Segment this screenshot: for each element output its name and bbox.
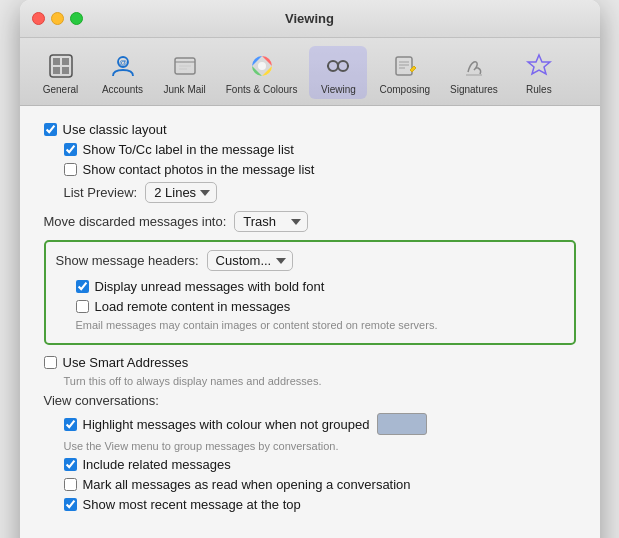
mark-as-read-checkbox[interactable] — [64, 478, 77, 491]
toolbar-item-junk-mail[interactable]: Junk Mail — [156, 46, 214, 99]
signatures-icon — [458, 50, 490, 82]
include-related-row: Include related messages — [64, 457, 576, 472]
toolbar-item-fonts-colours[interactable]: Fonts & Colours — [218, 46, 306, 99]
viewing-label: Viewing — [321, 84, 356, 95]
include-related-checkbox[interactable] — [64, 458, 77, 471]
load-remote-row: Load remote content in messages — [76, 299, 564, 314]
toolbar-item-signatures[interactable]: Signatures — [442, 46, 506, 99]
list-preview-select[interactable]: 2 Lines None 1 Line 3 Lines 4 Lines 5 Li… — [145, 182, 217, 203]
svg-rect-1 — [53, 58, 60, 65]
mark-as-read-label[interactable]: Mark all messages as read when opening a… — [83, 477, 411, 492]
junk-mail-label: Junk Mail — [164, 84, 206, 95]
show-most-recent-checkbox[interactable] — [64, 498, 77, 511]
general-icon — [45, 50, 77, 82]
show-contact-photos-row: Show contact photos in the message list — [64, 162, 576, 177]
show-message-headers-select[interactable]: Custom... Default All — [207, 250, 293, 271]
fonts-colours-icon — [246, 50, 278, 82]
list-preview-row: List Preview: 2 Lines None 1 Line 3 Line… — [64, 182, 576, 203]
mark-as-read-row: Mark all messages as read when opening a… — [64, 477, 576, 492]
message-headers-section: Show message headers: Custom... Default … — [44, 240, 576, 345]
highlight-messages-label[interactable]: Highlight messages with colour when not … — [83, 417, 370, 432]
highlight-helper: Use the View menu to group messages by c… — [64, 440, 576, 452]
use-smart-addresses-label[interactable]: Use Smart Addresses — [63, 355, 189, 370]
traffic-lights — [32, 12, 83, 25]
use-classic-layout-row: Use classic layout — [44, 122, 576, 137]
highlight-messages-checkbox[interactable] — [64, 418, 77, 431]
composing-icon — [389, 50, 421, 82]
show-message-headers-label: Show message headers: — [56, 253, 199, 268]
toolbar-item-general[interactable]: General — [32, 46, 90, 99]
accounts-label: Accounts — [102, 84, 143, 95]
toolbar-item-viewing[interactable]: Viewing — [309, 46, 367, 99]
show-contact-photos-checkbox[interactable] — [64, 163, 77, 176]
display-unread-checkbox[interactable] — [76, 280, 89, 293]
load-remote-label[interactable]: Load remote content in messages — [95, 299, 291, 314]
move-discarded-select[interactable]: Trash Archive — [234, 211, 308, 232]
toolbar: General @ Accounts — [20, 38, 600, 106]
svg-rect-3 — [53, 67, 60, 74]
use-smart-addresses-helper: Turn this off to always display names an… — [64, 375, 576, 387]
toolbar-item-accounts[interactable]: @ Accounts — [94, 46, 152, 99]
rules-label: Rules — [526, 84, 552, 95]
close-button[interactable] — [32, 12, 45, 25]
display-unread-row: Display unread messages with bold font — [76, 279, 564, 294]
window-title: Viewing — [285, 11, 334, 26]
load-remote-checkbox[interactable] — [76, 300, 89, 313]
show-message-headers-row: Show message headers: Custom... Default … — [56, 250, 564, 271]
svg-rect-2 — [62, 58, 69, 65]
rules-icon — [523, 50, 555, 82]
load-remote-helper: Email messages may contain images or con… — [76, 319, 564, 331]
svg-marker-23 — [528, 55, 550, 74]
preferences-content: Use classic layout Show To/Cc label in t… — [20, 106, 600, 537]
svg-point-12 — [258, 62, 266, 70]
highlight-messages-row: Highlight messages with colour when not … — [64, 413, 576, 435]
use-smart-addresses-row: Use Smart Addresses — [44, 355, 576, 370]
junk-mail-icon — [169, 50, 201, 82]
preferences-window: Viewing General @ — [20, 0, 600, 538]
fonts-colours-label: Fonts & Colours — [226, 84, 298, 95]
show-contact-photos-label[interactable]: Show contact photos in the message list — [83, 162, 315, 177]
titlebar: Viewing — [20, 0, 600, 38]
accounts-icon: @ — [107, 50, 139, 82]
svg-rect-17 — [396, 57, 412, 75]
list-preview-label: List Preview: — [64, 185, 138, 200]
show-most-recent-row: Show most recent message at the top — [64, 497, 576, 512]
svg-rect-15 — [337, 64, 339, 68]
show-most-recent-label[interactable]: Show most recent message at the top — [83, 497, 301, 512]
svg-point-13 — [328, 61, 338, 71]
svg-text:@: @ — [118, 58, 126, 67]
view-conversations-label: View conversations: — [44, 393, 576, 408]
move-discarded-row: Move discarded messages into: Trash Arch… — [44, 211, 576, 232]
viewing-icon — [322, 50, 354, 82]
move-discarded-label: Move discarded messages into: — [44, 214, 227, 229]
minimize-button[interactable] — [51, 12, 64, 25]
use-smart-addresses-checkbox[interactable] — [44, 356, 57, 369]
svg-point-14 — [338, 61, 348, 71]
show-to-cc-checkbox[interactable] — [64, 143, 77, 156]
signatures-label: Signatures — [450, 84, 498, 95]
toolbar-item-composing[interactable]: Composing — [371, 46, 438, 99]
show-to-cc-label[interactable]: Show To/Cc label in the message list — [83, 142, 294, 157]
general-label: General — [43, 84, 79, 95]
color-swatch[interactable] — [377, 413, 427, 435]
display-unread-label[interactable]: Display unread messages with bold font — [95, 279, 325, 294]
maximize-button[interactable] — [70, 12, 83, 25]
toolbar-item-rules[interactable]: Rules — [510, 46, 568, 99]
include-related-label[interactable]: Include related messages — [83, 457, 231, 472]
show-to-cc-row: Show To/Cc label in the message list — [64, 142, 576, 157]
svg-rect-4 — [62, 67, 69, 74]
use-classic-layout-label[interactable]: Use classic layout — [63, 122, 167, 137]
use-classic-layout-checkbox[interactable] — [44, 123, 57, 136]
composing-label: Composing — [379, 84, 430, 95]
